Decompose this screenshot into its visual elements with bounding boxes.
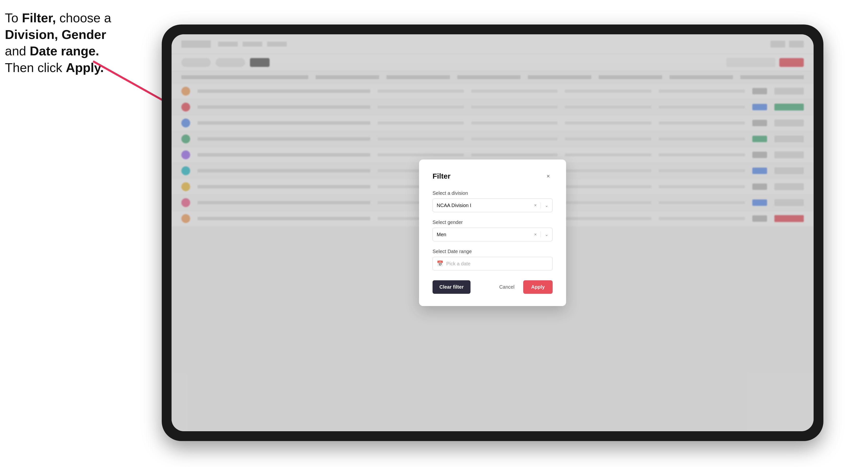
clear-filter-button[interactable]: Clear filter (433, 280, 470, 294)
footer-right: Cancel Apply (494, 280, 553, 294)
and-date-line: and Date range. (5, 44, 99, 58)
clear-icon[interactable]: × (534, 203, 537, 208)
modal-footer: Clear filter Cancel Apply (433, 280, 553, 294)
modal-title: Filter (433, 172, 451, 180)
select-divider-gender (540, 231, 541, 238)
filter-modal: Filter × Select a division NCAA Division… (419, 159, 566, 306)
date-picker[interactable]: 📅 Pick a date (433, 257, 553, 271)
gender-value: Men (437, 232, 534, 238)
dialog-overlay: Filter × Select a division NCAA Division… (172, 34, 814, 431)
instruction-panel: To Filter, choose a Division, Gender and… (5, 10, 142, 76)
gender-select[interactable]: Men × ⌄ (433, 228, 553, 241)
division-gender-bold: Division, Gender (5, 27, 106, 42)
calendar-icon: 📅 (437, 260, 443, 267)
chevron-down-icon[interactable]: ⌄ (545, 203, 549, 208)
gender-form-group: Select gender Men × ⌄ (433, 220, 553, 241)
select-divider (540, 203, 541, 208)
select-clear-chevron-gender: × ⌄ (534, 231, 549, 238)
chevron-down-gender-icon[interactable]: ⌄ (545, 232, 549, 237)
instruction-line1: To Filter, choose a (5, 11, 111, 25)
apply-button[interactable]: Apply (523, 280, 553, 294)
division-label: Select a division (433, 190, 553, 196)
filter-bold: Filter, (22, 11, 56, 25)
then-apply-line: Then click Apply. (5, 61, 104, 75)
date-placeholder: Pick a date (446, 261, 470, 267)
date-form-group: Select Date range 📅 Pick a date (433, 249, 553, 271)
tablet-frame: Filter × Select a division NCAA Division… (162, 25, 824, 441)
modal-header: Filter × (433, 172, 553, 181)
apply-bold: Apply. (66, 61, 104, 75)
division-form-group: Select a division NCAA Division I × ⌄ (433, 190, 553, 212)
modal-close-button[interactable]: × (544, 172, 553, 181)
date-range-bold: Date range. (30, 44, 99, 58)
cancel-button[interactable]: Cancel (494, 280, 519, 294)
division-value: NCAA Division I (437, 203, 534, 208)
select-clear-chevron: × ⌄ (534, 203, 549, 208)
gender-label: Select gender (433, 220, 553, 225)
clear-gender-icon[interactable]: × (534, 232, 537, 237)
division-select[interactable]: NCAA Division I × ⌄ (433, 198, 553, 212)
tablet-screen: Filter × Select a division NCAA Division… (172, 34, 814, 431)
date-label: Select Date range (433, 249, 553, 254)
